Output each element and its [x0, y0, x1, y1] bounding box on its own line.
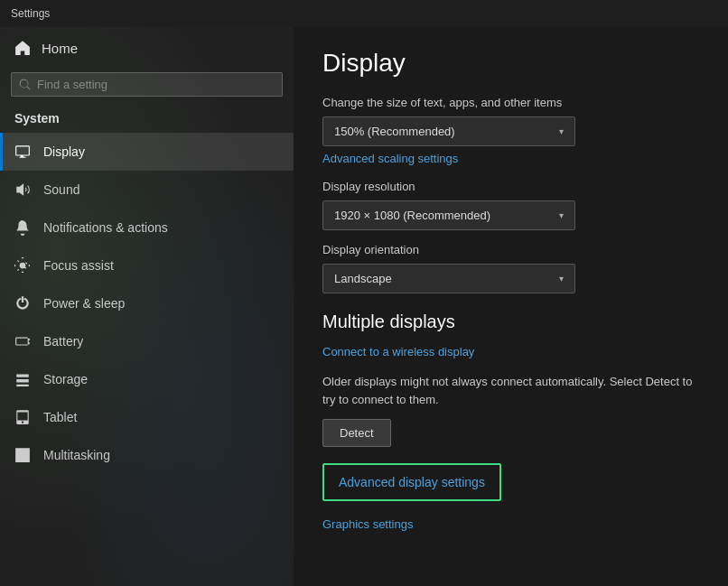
search-input[interactable]	[37, 78, 275, 91]
detect-description: Older displays might not always connect …	[322, 373, 699, 408]
orientation-chevron-icon: ▾	[559, 274, 564, 284]
title-bar-label: Settings	[11, 7, 50, 20]
monitor-icon	[14, 144, 31, 160]
power-icon	[14, 295, 31, 312]
sidebar-item-storage[interactable]: Storage	[0, 360, 294, 398]
sidebar-item-notifications-label: Notifications & actions	[43, 220, 168, 235]
sidebar-item-multitasking[interactable]: Multitasking	[0, 436, 294, 474]
multitasking-icon	[14, 447, 31, 463]
scaling-chevron-icon: ▾	[559, 126, 564, 136]
title-bar: Settings	[0, 0, 728, 27]
search-box[interactable]	[11, 72, 283, 97]
sidebar-item-home[interactable]: Home	[0, 27, 294, 69]
connect-wireless-link[interactable]: Connect to a wireless display	[322, 345, 474, 358]
advanced-display-settings-link[interactable]: Advanced display settings	[339, 475, 485, 489]
advanced-display-settings-box: Advanced display settings	[322, 463, 501, 501]
sidebar-item-focus-label: Focus assist	[43, 258, 114, 273]
sidebar-item-battery-label: Battery	[43, 334, 83, 349]
battery-icon	[14, 333, 31, 349]
page-title: Display	[322, 49, 699, 78]
sidebar-item-display-label: Display	[43, 144, 85, 159]
resolution-dropdown[interactable]: 1920 × 1080 (Recommended) ▾	[322, 200, 575, 230]
orientation-dropdown[interactable]: Landscape ▾	[322, 264, 575, 293]
sidebar-item-power[interactable]: Power & sleep	[0, 284, 294, 322]
sidebar-item-tablet[interactable]: Tablet	[0, 398, 294, 436]
search-icon	[19, 79, 32, 91]
sidebar-item-display[interactable]: Display	[0, 133, 294, 171]
multiple-displays-title: Multiple displays	[322, 312, 699, 332]
detect-button[interactable]: Detect	[322, 419, 391, 447]
scaling-dropdown[interactable]: 150% (Recommended) ▾	[322, 116, 575, 146]
sidebar-item-focus[interactable]: Focus assist	[0, 246, 294, 284]
sidebar-item-multitasking-label: Multitasking	[43, 448, 110, 462]
sidebar-item-storage-label: Storage	[43, 372, 88, 386]
resolution-label: Display resolution	[322, 180, 699, 193]
orientation-label: Display orientation	[322, 243, 699, 256]
scaling-label: Change the size of text, apps, and other…	[322, 96, 699, 109]
sidebar-item-sound[interactable]: Sound	[0, 171, 294, 209]
sidebar-item-sound-label: Sound	[43, 182, 79, 197]
sidebar-item-tablet-label: Tablet	[43, 410, 77, 424]
home-icon	[14, 40, 31, 56]
resolution-chevron-icon: ▾	[559, 210, 564, 220]
sound-icon	[14, 181, 31, 198]
sidebar-section-label: System	[0, 107, 294, 133]
advanced-scaling-link[interactable]: Advanced scaling settings	[322, 152, 458, 165]
notifications-icon	[14, 219, 31, 236]
resolution-value: 1920 × 1080 (Recommended)	[334, 209, 490, 222]
sidebar-item-power-label: Power & sleep	[43, 296, 125, 311]
scaling-value: 150% (Recommended)	[334, 125, 455, 138]
sidebar-item-notifications[interactable]: Notifications & actions	[0, 209, 294, 246]
home-label: Home	[42, 41, 78, 56]
focus-icon	[14, 257, 31, 274]
storage-icon	[14, 371, 31, 387]
tablet-icon	[14, 409, 31, 425]
sidebar: Home System Display Sound	[0, 27, 294, 586]
sidebar-item-battery[interactable]: Battery	[0, 322, 294, 360]
app-body: Home System Display Sound	[0, 27, 728, 586]
main-content: Display Change the size of text, apps, a…	[294, 27, 728, 586]
orientation-value: Landscape	[334, 272, 392, 285]
graphics-settings-link[interactable]: Graphics settings	[322, 517, 413, 531]
